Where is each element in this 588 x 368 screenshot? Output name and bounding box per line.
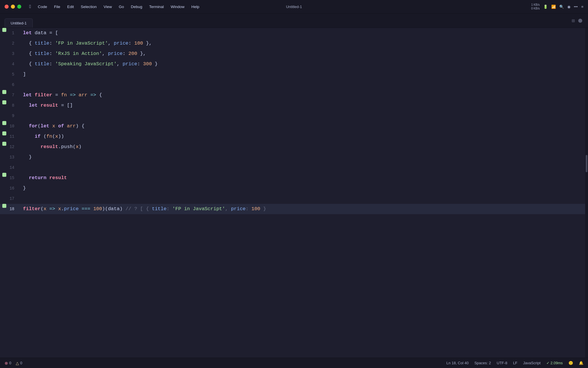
- scrollbar[interactable]: [585, 28, 588, 358]
- minimize-button[interactable]: [11, 5, 15, 9]
- statusbar-right: Ln 18, Col 40 Spaces: 2 UTF-8 LF JavaScr…: [446, 361, 583, 365]
- breakpoint-area-10[interactable]: [0, 121, 9, 125]
- line-content-16: }: [20, 183, 588, 193]
- siri-icon: ◉: [567, 5, 570, 9]
- line-content-11: if (fn(x)): [20, 131, 588, 142]
- line-content-8: let result = []: [20, 100, 588, 111]
- selection-menu[interactable]: Selection: [77, 3, 100, 10]
- debug-menu[interactable]: Debug: [127, 3, 146, 10]
- tab-untitled-1[interactable]: Untitled-1: [5, 18, 33, 28]
- layout-icons: ⊞: [572, 14, 582, 28]
- encoding[interactable]: UTF-8: [497, 361, 507, 365]
- line-number-16: 16: [9, 183, 20, 193]
- language-mode[interactable]: JavaScript: [523, 361, 541, 365]
- menu-bar:  Code File Edit Selection View Go Debug…: [26, 3, 203, 10]
- titlebar-right: 1 KB/s 0 KB/s 🔋 📶 🔍 ◉ ••• ≡: [294, 3, 583, 10]
- line-content-5: ]: [20, 69, 588, 80]
- error-icon: ⊗: [5, 361, 8, 365]
- line-content-15: return result: [20, 173, 588, 183]
- indentation[interactable]: Spaces: 2: [474, 361, 491, 365]
- breakpoint-area-7[interactable]: [0, 90, 9, 94]
- error-number: 0: [9, 361, 11, 365]
- line-number-6: 6: [9, 80, 20, 90]
- line-content-13: }: [20, 152, 588, 162]
- code-menu[interactable]: Code: [34, 3, 51, 10]
- line-content-4: { title: 'Speaking JavaScript', price: 3…: [20, 59, 588, 69]
- line-content-3: { title: 'RxJS in Action', price: 200 },: [20, 49, 588, 59]
- edit-menu[interactable]: Edit: [64, 3, 77, 10]
- close-button[interactable]: [5, 5, 9, 9]
- breakpoint-area-11[interactable]: [0, 131, 9, 135]
- apple-menu[interactable]: : [26, 3, 34, 10]
- dot-icon: [578, 19, 582, 23]
- scrollbar-thumb[interactable]: [586, 155, 587, 172]
- code-line-17: 17: [0, 193, 588, 204]
- line-content-7: let filter = fn => arr => {: [20, 90, 588, 100]
- window-title: Untitled-1: [286, 5, 302, 9]
- code-line-12: 12 result.push(x): [0, 142, 588, 152]
- help-menu[interactable]: Help: [188, 3, 203, 10]
- code-line-7: 7let filter = fn => arr => {: [0, 90, 588, 100]
- go-menu[interactable]: Go: [115, 3, 127, 10]
- breakpoint-area-12[interactable]: [0, 142, 9, 146]
- code-line-4: 4 { title: 'Speaking JavaScript', price:…: [0, 59, 588, 69]
- code-line-1: 1let data = [: [0, 28, 588, 38]
- more-icon[interactable]: •••: [574, 5, 578, 9]
- code-line-15: 15 return result: [0, 173, 588, 183]
- breakpoint-area-8[interactable]: [0, 100, 9, 104]
- window-menu[interactable]: Window: [167, 3, 188, 10]
- breakpoint-area-15[interactable]: [0, 173, 9, 177]
- list-icon[interactable]: ≡: [581, 5, 583, 9]
- line-content-6: [20, 80, 588, 90]
- line-content-9: [20, 111, 588, 121]
- maximize-button[interactable]: [17, 5, 21, 9]
- titlebar-left:  Code File Edit Selection View Go Debug…: [5, 3, 294, 10]
- line-number-15: 15: [9, 173, 20, 183]
- code-line-16: 16}: [0, 183, 588, 193]
- warning-icon: △: [16, 361, 19, 365]
- line-number-4: 4: [9, 59, 20, 69]
- breakpoint-area-1[interactable]: [0, 28, 9, 32]
- code-line-3: 3 { title: 'RxJS in Action', price: 200 …: [0, 49, 588, 59]
- line-content-2: { title: 'FP in JavaScript', price: 100 …: [20, 38, 588, 49]
- terminal-menu[interactable]: Terminal: [146, 3, 167, 10]
- line-number-14: 14: [9, 162, 20, 173]
- timing: ✓ 2.09ms: [546, 361, 563, 365]
- file-menu[interactable]: File: [51, 3, 64, 10]
- line-number-13: 13: [9, 152, 20, 162]
- code-line-6: 6: [0, 80, 588, 90]
- wifi-icon: 📶: [551, 5, 556, 9]
- network-speed: 1 KB/s 0 KB/s: [531, 3, 539, 10]
- line-number-7: 7: [9, 90, 20, 100]
- battery-icon: 🔋: [543, 5, 548, 9]
- line-content-1: let data = [: [20, 28, 588, 38]
- search-icon[interactable]: 🔍: [559, 5, 564, 9]
- breakpoint-area-18[interactable]: [0, 204, 9, 208]
- line-number-9: 9: [9, 111, 20, 121]
- line-content-12: result.push(x): [20, 142, 588, 152]
- view-menu[interactable]: View: [100, 3, 115, 10]
- line-content-14: [20, 162, 588, 173]
- cursor-position[interactable]: Ln 18, Col 40: [446, 361, 469, 365]
- code-line-10: 10 for(let x of arr) {: [0, 121, 588, 131]
- statusbar: ⊗ 0 △ 0 Ln 18, Col 40 Spaces: 2 UTF-8 LF…: [0, 358, 588, 368]
- editor[interactable]: 1let data = [2 { title: 'FP in JavaScrip…: [0, 28, 588, 358]
- line-number-1: 1: [9, 28, 20, 38]
- split-editor-icon[interactable]: ⊞: [572, 18, 575, 24]
- code-line-18: 18filter(x => x.price === 100)(data) // …: [0, 204, 588, 214]
- smiley-icon: 🙂: [568, 361, 573, 365]
- bell-icon[interactable]: 🔔: [579, 361, 583, 365]
- line-content-18: filter(x => x.price === 100)(data) // ? …: [20, 204, 588, 214]
- statusbar-left: ⊗ 0 △ 0: [5, 361, 22, 365]
- line-number-2: 2: [9, 38, 20, 49]
- tab-label: Untitled-1: [11, 21, 27, 25]
- warning-count[interactable]: △ 0: [16, 361, 22, 365]
- code-line-11: 11 if (fn(x)): [0, 131, 588, 142]
- error-count[interactable]: ⊗ 0: [5, 361, 11, 365]
- tabbar: Untitled-1: [0, 14, 588, 28]
- code-line-5: 5]: [0, 69, 588, 80]
- code-line-9: 9: [0, 111, 588, 121]
- line-number-17: 17: [9, 193, 20, 204]
- line-content-10: for(let x of arr) {: [20, 121, 588, 131]
- line-ending[interactable]: LF: [513, 361, 517, 365]
